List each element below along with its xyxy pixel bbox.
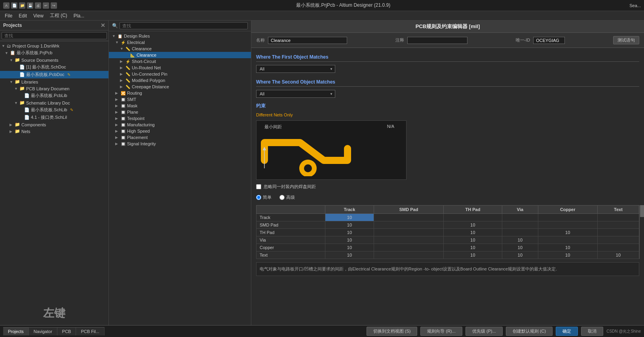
sidebar-item-libraries[interactable]: ▼ 📁 Libraries xyxy=(0,78,108,85)
rule-item-smt[interactable]: ▶ 🔲 SMT xyxy=(109,96,251,103)
cell-copper-track[interactable]: 10 xyxy=(325,244,374,251)
rules-search-input[interactable] xyxy=(120,22,248,29)
cell-text-text[interactable]: 10 xyxy=(597,251,639,259)
redo-icon[interactable]: ↪ xyxy=(51,2,57,9)
sidebar-item-pcblib-doc[interactable]: ▼ 📁 PCB Library Documen xyxy=(0,85,108,92)
sidebar-item-prjpcb[interactable]: ▼ 📋 最小系统板.PrjPcb xyxy=(0,49,108,57)
cell-via-copper[interactable] xyxy=(538,236,597,244)
sidebar-item-schlib[interactable]: 📄 最小系统板.SchLib ✎ xyxy=(0,106,108,114)
menu-file[interactable]: File xyxy=(2,12,15,19)
rule-item-routing[interactable]: ▶ 🔀 Routing xyxy=(109,90,251,96)
cell-smd-track[interactable]: 10 xyxy=(325,221,374,229)
cell-track-track[interactable]: 10 xyxy=(325,214,374,221)
sidebar-search-input[interactable] xyxy=(2,32,107,39)
cell-via-th[interactable]: 10 xyxy=(443,236,502,244)
cell-via-track[interactable]: 10 xyxy=(325,236,374,244)
cell-via-via[interactable]: 10 xyxy=(502,236,538,244)
rule-item-short-circuit[interactable]: ▶ ⚡ Short-Circuit xyxy=(109,58,251,65)
rule-item-testpoint[interactable]: ▶ 🔲 Testpoint xyxy=(109,115,251,122)
rule-item-clearance-group[interactable]: ▼ 📏 Clearance xyxy=(109,46,251,52)
cell-smd-copper[interactable] xyxy=(538,221,597,229)
cell-copper-text[interactable] xyxy=(597,244,639,251)
cell-text-via[interactable]: 10 xyxy=(502,251,538,259)
app-icon[interactable]: A xyxy=(3,2,9,9)
undo-icon[interactable]: ↩ xyxy=(43,2,49,9)
cell-track-th[interactable] xyxy=(443,214,502,221)
rule-item-signal-integrity[interactable]: ▶ 🔲 Signal Integrity xyxy=(109,141,251,147)
save-icon[interactable]: 💾 xyxy=(27,2,33,9)
cell-smd-smd[interactable] xyxy=(374,221,443,229)
open-icon[interactable]: 📁 xyxy=(19,2,25,9)
tab-navigator[interactable]: Navigator xyxy=(29,327,57,335)
cell-th-text[interactable] xyxy=(597,229,639,236)
cell-via-smd[interactable] xyxy=(374,236,443,244)
where-second-select[interactable]: All xyxy=(256,90,335,98)
rule-item-clearance[interactable]: 📐 Clearance xyxy=(109,52,251,58)
cell-copper-th[interactable]: 10 xyxy=(443,244,502,251)
rule-item-modified-polygon[interactable]: ▶ 📏 Modified Polygon xyxy=(109,77,251,84)
name-input[interactable] xyxy=(268,37,347,44)
cell-th-track[interactable]: 10 xyxy=(325,229,374,236)
cancel-button[interactable]: 取消 xyxy=(581,327,603,336)
sidebar-item-schlib-doc[interactable]: ▼ 📁 Schematic Library Doc xyxy=(0,99,108,106)
rule-item-design-rules[interactable]: ▼ 📋 Design Rules xyxy=(109,33,251,39)
cell-track-via[interactable] xyxy=(502,214,538,221)
cell-th-copper[interactable]: 10 xyxy=(538,229,597,236)
sidebar-close-icon[interactable]: ✕ xyxy=(101,22,105,29)
cell-text-th[interactable]: 10 xyxy=(443,251,502,259)
scrollbar-thumb[interactable] xyxy=(640,205,644,217)
sidebar-item-pcblib[interactable]: 📄 最小系统板.PcbLib xyxy=(0,92,108,99)
rule-item-mask[interactable]: ▶ 🔲 Mask xyxy=(109,103,251,109)
cell-track-smd[interactable] xyxy=(374,214,443,221)
cell-text-copper[interactable]: 10 xyxy=(538,251,597,259)
tab-projects[interactable]: Projects xyxy=(3,327,29,335)
rule-item-manufacturing[interactable]: ▶ 🔲 Manufacturing xyxy=(109,122,251,128)
test-query-button[interactable]: 测试语句 xyxy=(613,36,639,44)
priority-button[interactable]: 优先级 (P)... xyxy=(465,327,503,336)
menu-project[interactable]: 工程 (C) xyxy=(47,11,70,20)
rule-item-un-connected[interactable]: ▶ 📏 Un-Connected Pin xyxy=(109,71,251,77)
advanced-radio-option[interactable]: 高级 xyxy=(279,194,295,200)
sidebar-item-project-group[interactable]: ▼ 🗂 Project Group 1.DsnWrk xyxy=(0,43,108,49)
sidebar-item-schlib2[interactable]: 📄 4.1 - 接口类.SchLil xyxy=(0,114,108,121)
cell-smd-th[interactable]: 10 xyxy=(443,221,502,229)
rule-item-plane[interactable]: ▶ 🔲 Plane xyxy=(109,109,251,115)
cell-th-th[interactable]: 10 xyxy=(443,229,502,236)
rule-item-creepage[interactable]: ▶ 📏 Creepage Distance xyxy=(109,84,251,90)
new-file-icon[interactable]: 📄 xyxy=(11,2,17,9)
cell-copper-via[interactable]: 10 xyxy=(502,244,538,251)
cell-smd-text[interactable] xyxy=(597,221,639,229)
menu-view[interactable]: View xyxy=(30,12,47,19)
cell-smd-via[interactable] xyxy=(502,221,538,229)
ignore-package-checkbox[interactable] xyxy=(256,184,261,189)
table-scrollbar[interactable] xyxy=(639,205,644,259)
tab-pcb[interactable]: PCB xyxy=(57,327,76,335)
cell-th-via[interactable] xyxy=(502,229,538,236)
simple-radio[interactable] xyxy=(256,195,261,200)
rule-item-placement[interactable]: ▶ 🔲 Placement xyxy=(109,134,251,141)
cell-track-copper[interactable] xyxy=(538,214,597,221)
sidebar-item-source-docs[interactable]: ▼ 📁 Source Documents xyxy=(0,57,108,63)
advanced-radio[interactable] xyxy=(279,195,285,200)
table-scroll-area[interactable]: Track SMD Pad TH Pad Via Copper Text xyxy=(256,205,639,259)
cell-th-smd[interactable] xyxy=(374,229,443,236)
sidebar-item-pcbdoc[interactable]: 📄 最小系统板.PcbDoc ✎ xyxy=(0,71,108,78)
sidebar-item-components[interactable]: ▶ 📁 Components xyxy=(0,121,108,128)
rule-item-un-routed[interactable]: ▶ 📏 Un-Routed Net xyxy=(109,65,251,71)
cell-text-smd[interactable] xyxy=(374,251,443,259)
cell-track-text[interactable] xyxy=(597,214,639,221)
sidebar-item-schdoc[interactable]: 📄 [1] 最小系统.SchDoc xyxy=(0,63,108,71)
menu-place[interactable]: Pla... xyxy=(70,12,87,19)
sidebar-item-nets[interactable]: ▶ 📁 Nets xyxy=(0,128,108,135)
where-first-select[interactable]: All xyxy=(256,65,335,73)
create-default-button[interactable]: 创建默认规则 (C) xyxy=(506,327,553,336)
comment-input[interactable] xyxy=(407,37,467,44)
rule-item-electrical[interactable]: ▼ ⚡ Electrical xyxy=(109,39,251,46)
switch-doc-view-button[interactable]: 切换到文档视图 (S) xyxy=(367,327,418,336)
cell-copper-smd[interactable] xyxy=(374,244,443,251)
cell-via-text[interactable] xyxy=(597,236,639,244)
simple-radio-option[interactable]: 简单 xyxy=(256,194,272,200)
menu-edit[interactable]: Edit xyxy=(15,12,30,19)
print-icon[interactable]: 🖨 xyxy=(35,2,41,9)
ok-button[interactable]: 确定 xyxy=(556,327,578,336)
